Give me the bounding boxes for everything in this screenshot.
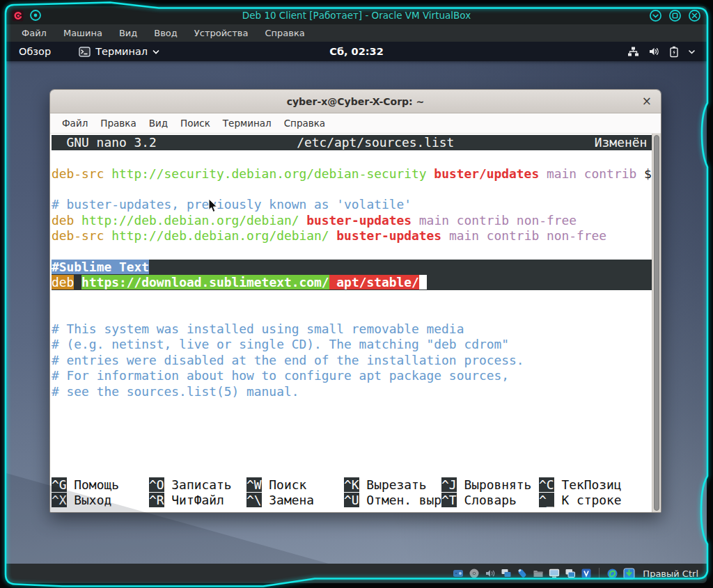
terminal-menubar: Файл Правка Вид Поиск Терминал Справка: [50, 113, 661, 134]
nano-line: #Sublime Text: [52, 260, 652, 275]
nano-line: # buster-updates, previously known as 'v…: [52, 197, 652, 212]
term-menu-terminal[interactable]: Терминал: [217, 118, 278, 129]
nano-line: [52, 399, 652, 415]
terminal-title: cyber-x@Cyber-X-Corp: ~: [287, 96, 425, 107]
nano-shortcut: ^X Выход: [52, 493, 149, 508]
nano-line: [52, 290, 652, 305]
nano-shortcut: ^T Словарь: [441, 493, 539, 508]
nano-line: [52, 150, 652, 166]
nano-modified-flag: Изменён: [595, 135, 652, 150]
maximize-button[interactable]: [668, 9, 682, 22]
nano-shortcut: ^G Помощь: [52, 477, 149, 493]
term-menu-search[interactable]: Поиск: [174, 118, 217, 129]
network-adapter-icon[interactable]: [501, 568, 512, 579]
terminal-window[interactable]: cyber-x@Cyber-X-Corp: ~ × Файл Правка Ви…: [49, 89, 661, 513]
nano-version: GNU nano 3.2: [52, 135, 157, 150]
hdd-icon[interactable]: [453, 568, 464, 579]
recording-icon[interactable]: [565, 568, 576, 579]
volume-icon[interactable]: [648, 46, 660, 57]
display-icon[interactable]: [549, 568, 560, 579]
tray-chevron-down-icon[interactable]: [688, 49, 696, 54]
nano-editor: GNU nano 3.2 /etc/apt/sources.list Измен…: [52, 135, 652, 508]
nano-shortcut: ^O Записать: [149, 477, 246, 493]
nano-shortcut: ^R ЧитФайл: [149, 493, 246, 508]
audio-icon[interactable]: [485, 568, 496, 579]
nano-shortcut: ^C ТекПозиц: [539, 477, 636, 493]
nano-line: # This system was installed using small …: [52, 321, 652, 337]
nano-line: # see the sources.list(5) manual.: [52, 384, 652, 399]
app-swirl-icon: [12, 10, 24, 22]
nano-text-area[interactable]: deb-src http://security.debian.org/debia…: [52, 150, 652, 477]
mouse-integration-icon[interactable]: [606, 568, 618, 580]
nano-line: deb-src http://deb.debian.org/debian/ bu…: [52, 228, 652, 244]
status-circle-icon: [29, 9, 42, 22]
desktop: cyber-x@Cyber-X-Corp: ~ × Файл Правка Ви…: [6, 61, 707, 564]
window-title: Deb 10 Client [Работает] - Oracle VM Vir…: [6, 10, 707, 21]
nano-line: # For information about how to configure…: [52, 368, 652, 383]
battery-icon[interactable]: [669, 46, 679, 58]
nano-line: deb https://download.sublimetext.com/ ap…: [52, 275, 652, 290]
nano-line: # entries were disabled at the end of th…: [52, 353, 652, 368]
virtualbox-screen: Deb 10 Client [Работает] - Oracle VM Vir…: [0, 0, 713, 588]
panel-clock[interactable]: Сб, 02:32: [6, 46, 707, 57]
nano-line: deb http://deb.debian.org/debian/ buster…: [52, 213, 652, 228]
term-menu-file[interactable]: Файл: [56, 118, 94, 129]
nano-filename: /etc/apt/sources.list: [157, 135, 595, 150]
nano-line: [52, 446, 652, 461]
nano-shortcut-bar: ^G Помощь^O Записать^W Поиск^K Вырезать^…: [52, 477, 652, 509]
terminal-scrollbar[interactable]: [652, 134, 661, 512]
statusbar-separator: [599, 568, 600, 579]
menu-machine[interactable]: Машина: [55, 24, 111, 42]
minimize-button[interactable]: [649, 9, 662, 22]
menu-devices[interactable]: Устройства: [186, 24, 257, 42]
wm-titlebar[interactable]: Deb 10 Client [Работает] - Oracle VM Vir…: [6, 6, 707, 24]
term-menu-view[interactable]: Вид: [143, 118, 174, 129]
close-button[interactable]: [688, 9, 701, 22]
term-menu-edit[interactable]: Правка: [94, 118, 142, 129]
scrollbar-thumb[interactable]: [654, 135, 659, 511]
usb-icon[interactable]: [517, 568, 528, 579]
nano-line: [52, 306, 652, 321]
terminal-content[interactable]: GNU nano 3.2 /etc/apt/sources.list Измен…: [50, 134, 661, 512]
menu-view[interactable]: Вид: [111, 24, 146, 42]
gnome-top-panel: Обзор Терминал Сб, 02:32: [6, 42, 707, 61]
nano-line: [52, 431, 652, 446]
nano-header-bar: GNU nano 3.2 /etc/apt/sources.list Измен…: [52, 135, 652, 150]
nano-shortcut: ^_ К строке: [539, 493, 636, 508]
nano-shortcut: ^W Поиск: [246, 477, 344, 493]
virtualbox-statusbar: Правый Ctrl: [6, 564, 707, 583]
optical-disk-icon[interactable]: [469, 568, 480, 579]
nano-line: [52, 244, 652, 259]
network-icon[interactable]: [627, 46, 639, 57]
menu-input[interactable]: Ввод: [146, 24, 186, 42]
terminal-close-icon[interactable]: ×: [642, 93, 652, 109]
nano-shortcut: ^\ Замена: [246, 493, 344, 508]
nano-line: [52, 182, 652, 197]
nano-line: deb-src http://security.debian.org/debia…: [52, 166, 652, 182]
menu-help[interactable]: Справка: [256, 24, 313, 42]
nano-line: [52, 461, 652, 477]
virtualbox-menubar: Файл Машина Вид Ввод Устройства Справка: [6, 24, 707, 42]
virtualbox-window: Deb 10 Client [Работает] - Oracle VM Vir…: [6, 6, 707, 583]
keyboard-capture-icon[interactable]: [623, 568, 635, 580]
shared-folders-icon[interactable]: [533, 568, 544, 579]
nano-shortcut: ^J Выровнять: [441, 477, 539, 493]
nano-shortcut: ^K Вырезать: [344, 477, 441, 493]
nano-line: # (e.g. netinst, live or single CD). The…: [52, 337, 652, 352]
nano-shortcut: ^U Отмен. выр: [344, 493, 441, 508]
menu-file[interactable]: Файл: [13, 24, 55, 42]
terminal-titlebar[interactable]: cyber-x@Cyber-X-Corp: ~ ×: [50, 90, 661, 113]
term-menu-help[interactable]: Справка: [278, 118, 331, 129]
nano-line: [52, 415, 652, 430]
vm-features-icon[interactable]: [581, 568, 592, 579]
host-key-label: Правый Ctrl: [643, 569, 698, 579]
